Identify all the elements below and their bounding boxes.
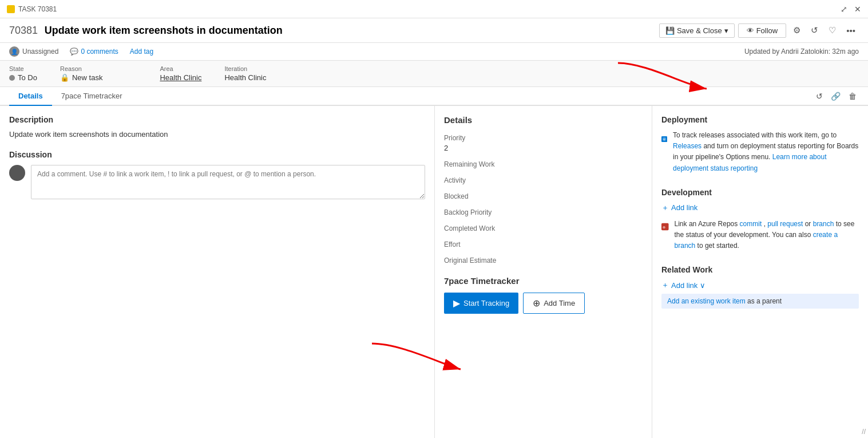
wi-title-area: 70381 Update work item screenshots in do… xyxy=(9,25,283,37)
description-title: Description xyxy=(9,115,425,124)
area-text: Health Clinic xyxy=(160,73,201,82)
original-estimate-label: Original Estimate xyxy=(444,257,643,265)
reason-icon: 🔒 xyxy=(60,73,69,82)
timetracker-section: 7pace Timetracker ▶ Start Tracking ⊕ Add… xyxy=(444,276,643,314)
blocked-field: Blocked xyxy=(444,192,643,200)
avatar: 👤 xyxy=(9,46,19,57)
follow-button[interactable]: 👁 Follow xyxy=(738,23,787,38)
deployment-text: To track releases associated with this w… xyxy=(673,130,859,174)
save-dropdown-icon[interactable]: ▾ xyxy=(724,26,728,35)
completed-work-field: Completed Work xyxy=(444,224,643,232)
state-label: State xyxy=(9,65,37,72)
title-bar: TASK 70381 ⤢ ✕ xyxy=(0,0,868,18)
priority-value[interactable]: 2 xyxy=(444,144,643,152)
add-existing-work-item-link[interactable]: Add an existing work item xyxy=(667,297,746,305)
more-options-button[interactable]: ••• xyxy=(843,23,859,38)
commit-link[interactable]: commit xyxy=(740,220,762,228)
play-icon: ▶ xyxy=(453,298,460,309)
activity-field: Activity xyxy=(444,176,643,184)
start-tracking-label: Start Tracking xyxy=(463,299,509,307)
add-link-dropdown-icon[interactable]: ∨ xyxy=(700,281,706,290)
effort-label: Effort xyxy=(444,240,643,248)
close-icon[interactable]: ✕ xyxy=(854,5,861,14)
iteration-field: Iteration Health Clinic xyxy=(224,65,266,82)
state-value[interactable]: To Do xyxy=(9,73,37,82)
related-work-title: Related Work xyxy=(661,265,859,274)
title-bar-right: ⤢ ✕ xyxy=(841,5,861,14)
comment-icon: 💬 xyxy=(70,48,78,56)
reason-value: 🔒 New task xyxy=(60,73,102,82)
priority-label: Priority xyxy=(444,134,643,142)
discussion-section: Discussion xyxy=(9,150,425,199)
area-value[interactable]: Health Clinic xyxy=(160,73,201,82)
add-dev-link-button[interactable]: ＋ Add link xyxy=(661,203,697,213)
svg-text:⊗: ⊗ xyxy=(663,224,665,228)
save-icon: 💾 xyxy=(665,26,675,35)
add-tag-link[interactable]: Add tag xyxy=(130,48,153,56)
deployment-box: ⚙ To track releases associated with this… xyxy=(661,130,859,174)
reason-field: Reason 🔒 New task xyxy=(60,65,102,82)
iteration-text: Health Clinic xyxy=(224,73,266,82)
task-icon xyxy=(7,5,15,13)
save-close-button[interactable]: 💾 Save & Close ▾ xyxy=(659,23,735,38)
updated-text: Updated by Andrii Zatolokin: 32m ago xyxy=(744,48,859,56)
left-panel: Description Update work item screenshots… xyxy=(0,106,435,438)
related-plus-icon: ＋ xyxy=(661,280,669,290)
dev-box: ⊗ Link an Azure Repos commit , pull requ… xyxy=(661,219,859,252)
comment-input[interactable] xyxy=(31,165,425,199)
add-time-button[interactable]: ⊕ Add Time xyxy=(523,293,585,314)
blocked-label: Blocked xyxy=(444,192,643,200)
gear-button[interactable]: ⚙ xyxy=(790,23,804,38)
deployment-body: To track releases associated with this w… xyxy=(673,131,837,139)
eye-icon: 👁 xyxy=(747,26,754,35)
meta-row: 👤 Unassigned 💬 0 comments Add tag Update… xyxy=(0,43,868,61)
save-close-label: Save & Close xyxy=(677,26,722,35)
backlog-priority-label: Backlog Priority xyxy=(444,208,643,216)
branch-link[interactable]: branch xyxy=(813,220,834,228)
pull-request-link[interactable]: pull request xyxy=(767,220,803,228)
discussion-input-row xyxy=(9,165,425,199)
tabs-row: Details 7pace Timetracker ↺ 🔗 🗑 xyxy=(0,87,868,106)
description-text: Update work item screenshots in document… xyxy=(9,130,425,139)
deployment-icon: ⚙ xyxy=(661,130,667,148)
iteration-value[interactable]: Health Clinic xyxy=(224,73,266,82)
priority-field: Priority 2 xyxy=(444,134,643,152)
development-title: Development xyxy=(661,188,859,197)
add-related-link-button[interactable]: ＋ Add link xyxy=(661,280,697,290)
tab-details[interactable]: Details xyxy=(9,87,52,106)
area-label: Area xyxy=(160,65,201,72)
repo-icon: ⊗ xyxy=(661,219,669,235)
link-copy-button[interactable]: 🔗 xyxy=(829,89,843,103)
state-dot xyxy=(9,75,15,81)
tabs-right: ↺ 🔗 🗑 xyxy=(814,89,859,103)
heart-button[interactable]: ♡ xyxy=(825,23,839,38)
original-estimate-field: Original Estimate xyxy=(444,257,643,265)
plus-icon: ＋ xyxy=(661,203,669,213)
wi-title: Update work item screenshots in document… xyxy=(45,25,283,36)
add-existing-highlight: Add an existing work item as a parent xyxy=(661,294,859,309)
details-fields: Priority 2 Remaining Work Activity Block… xyxy=(444,134,643,265)
start-tracking-button[interactable]: ▶ Start Tracking xyxy=(444,293,518,314)
trash-button[interactable]: 🗑 xyxy=(846,89,859,103)
assignee-field[interactable]: 👤 Unassigned xyxy=(9,46,58,57)
assignee-label: Unassigned xyxy=(22,48,58,56)
plus-circle-icon: ⊕ xyxy=(533,298,540,309)
history-button[interactable]: ↺ xyxy=(814,89,825,103)
completed-work-label: Completed Work xyxy=(444,224,643,232)
reason-text: New task xyxy=(72,73,102,82)
timetracker-buttons: ▶ Start Tracking ⊕ Add Time xyxy=(444,293,643,314)
tab-timetracker[interactable]: 7pace Timetracker xyxy=(52,87,132,106)
add-link-label: Add link xyxy=(671,203,697,212)
resize-handle: // xyxy=(862,428,866,436)
effort-field: Effort xyxy=(444,240,643,248)
releases-link[interactable]: Releases xyxy=(673,142,701,150)
dev-end: to get started. xyxy=(697,242,739,250)
refresh-button[interactable]: ↺ xyxy=(807,23,822,38)
expand-icon[interactable]: ⤢ xyxy=(841,5,847,14)
comments-link[interactable]: 💬 0 comments xyxy=(70,48,118,56)
iteration-label: Iteration xyxy=(224,65,266,72)
wi-header-actions: 💾 Save & Close ▾ 👁 Follow ⚙ ↺ ♡ ••• xyxy=(659,23,859,38)
dev-text: Link an Azure Repos commit , pull reques… xyxy=(675,219,859,252)
remaining-work-field: Remaining Work xyxy=(444,160,643,168)
deployment-section: Deployment ⚙ To track releases associate… xyxy=(661,115,859,174)
